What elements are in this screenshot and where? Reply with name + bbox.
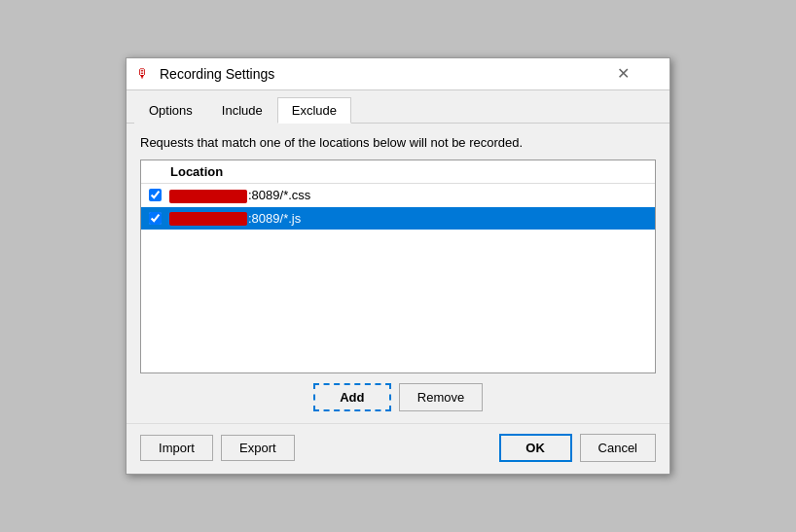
item-checkbox-1[interactable]: [149, 189, 162, 201]
recording-settings-dialog: 🎙 Recording Settings ✕ Options Include E…: [126, 57, 670, 475]
list-item[interactable]: :8089/*.css: [141, 184, 655, 207]
bottom-left-buttons: Import Export: [140, 435, 295, 461]
item-checkbox-2[interactable]: [149, 212, 162, 225]
redacted-host-2: [169, 212, 247, 226]
item-text-1: :8089/*.css: [169, 188, 310, 203]
item-text-2: :8089/*.js: [169, 211, 301, 227]
title-bar: 🎙 Recording Settings ✕: [127, 58, 669, 90]
list-action-buttons: Add Remove: [140, 383, 656, 411]
export-button[interactable]: Export: [221, 435, 295, 461]
bottom-bar: Import Export OK Cancel: [127, 423, 669, 474]
tab-options[interactable]: Options: [134, 97, 207, 124]
tab-include[interactable]: Include: [207, 97, 277, 124]
redacted-host-1: [169, 190, 247, 203]
bottom-right-buttons: OK Cancel: [499, 434, 656, 462]
tab-exclude[interactable]: Exclude: [277, 97, 351, 124]
list-header: Location: [141, 160, 655, 184]
close-button[interactable]: ✕: [587, 66, 660, 82]
dialog-body: Requests that match one of the locations…: [127, 124, 669, 423]
dialog-icon: 🎙: [136, 66, 152, 82]
add-button[interactable]: Add: [313, 383, 391, 411]
list-item[interactable]: :8089/*.js: [141, 207, 655, 231]
tab-bar: Options Include Exclude: [127, 90, 669, 124]
cancel-button[interactable]: Cancel: [580, 434, 656, 462]
remove-button[interactable]: Remove: [399, 383, 483, 411]
import-button[interactable]: Import: [140, 435, 213, 461]
dialog-title: Recording Settings: [160, 66, 587, 82]
ok-button[interactable]: OK: [499, 434, 572, 462]
locations-list[interactable]: Location :8089/*.css :8089/*.js: [140, 160, 656, 373]
description-text: Requests that match one of the locations…: [140, 135, 656, 150]
